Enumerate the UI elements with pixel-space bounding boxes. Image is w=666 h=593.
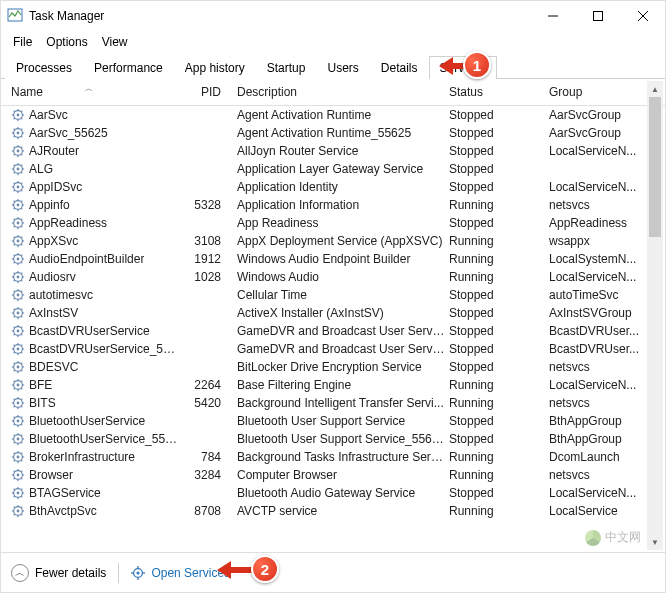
svg-point-196 [17, 456, 20, 459]
menu-file[interactable]: File [7, 33, 38, 51]
column-headers: Name︿ PID Description Status Group [1, 79, 665, 106]
gear-icon [11, 486, 25, 500]
service-status: Stopped [445, 162, 545, 176]
svg-point-96 [17, 276, 20, 279]
table-row[interactable]: BthAvctpSvc8708AVCTP serviceRunningLocal… [1, 502, 665, 520]
service-name: AarSvc [29, 108, 68, 122]
service-name: BFE [29, 378, 52, 392]
gear-icon [11, 126, 25, 140]
svg-line-193 [14, 442, 15, 443]
menu-options[interactable]: Options [40, 33, 93, 51]
svg-line-113 [14, 298, 15, 299]
service-pid: 3108 [179, 234, 229, 248]
window-title: Task Manager [29, 9, 530, 23]
tab-app-history[interactable]: App history [174, 56, 256, 79]
fewer-details-button[interactable]: ︿ Fewer details [11, 564, 106, 582]
tab-details[interactable]: Details [370, 56, 429, 79]
table-row[interactable]: ALGApplication Layer Gateway ServiceStop… [1, 160, 665, 178]
table-row[interactable]: Audiosrv1028Windows AudioRunningLocalSer… [1, 268, 665, 286]
service-status: Stopped [445, 486, 545, 500]
svg-line-11 [14, 111, 15, 112]
header-description[interactable]: Description [229, 85, 445, 99]
table-row[interactable]: Browser3284Computer BrowserRunningnetsvc… [1, 466, 665, 484]
svg-line-84 [21, 237, 22, 238]
scroll-down-icon[interactable]: ▼ [647, 534, 663, 550]
service-status: Running [445, 252, 545, 266]
titlebar[interactable]: Task Manager [1, 1, 665, 31]
service-status: Running [445, 198, 545, 212]
table-row[interactable]: AxInstSVActiveX Installer (AxInstSV)Stop… [1, 304, 665, 322]
header-pid[interactable]: PID [179, 85, 229, 99]
gear-icon [11, 180, 25, 194]
svg-line-181 [14, 417, 15, 418]
service-description: Bluetooth User Support Service [237, 414, 445, 428]
table-row[interactable]: AarSvcAgent Activation RuntimeStoppedAar… [1, 106, 665, 124]
table-row[interactable]: AppIDSvcApplication IdentityStoppedLocal… [1, 178, 665, 196]
service-description: BitLocker Drive Encryption Service [237, 360, 445, 374]
callout-1: 1 [463, 51, 491, 79]
gear-icon [11, 450, 25, 464]
service-status: Stopped [445, 108, 545, 122]
service-status: Stopped [445, 288, 545, 302]
svg-line-91 [14, 255, 15, 256]
tab-startup[interactable]: Startup [256, 56, 317, 79]
scrollbar[interactable]: ▲ ▼ [647, 81, 663, 550]
svg-line-14 [21, 111, 22, 112]
table-row[interactable]: BcastDVRUserServiceGameDVR and Broadcast… [1, 322, 665, 340]
service-description: GameDVR and Broadcast User Service [237, 324, 445, 338]
close-button[interactable] [620, 1, 665, 31]
svg-point-156 [17, 384, 20, 387]
service-status: Stopped [445, 126, 545, 140]
table-row[interactable]: AarSvc_55625Agent Activation Runtime_556… [1, 124, 665, 142]
service-status: Stopped [445, 324, 545, 338]
svg-line-102 [21, 280, 22, 281]
service-description: Application Information [237, 198, 445, 212]
tab-users[interactable]: Users [316, 56, 369, 79]
table-row[interactable]: BrokerInfrastructure784Background Tasks … [1, 448, 665, 466]
table-row[interactable]: AudioEndpointBuilder1912Windows Audio En… [1, 250, 665, 268]
svg-line-171 [14, 399, 15, 400]
svg-line-62 [21, 208, 22, 209]
maximize-button[interactable] [575, 1, 620, 31]
svg-line-154 [21, 363, 22, 364]
header-status[interactable]: Status [445, 85, 545, 99]
table-row[interactable]: BFE2264Base Filtering EngineRunningLocal… [1, 376, 665, 394]
sort-ascending-icon: ︿ [85, 83, 93, 94]
table-row[interactable]: autotimesvcCellular TimeStoppedautoTimeS… [1, 286, 665, 304]
svg-line-191 [14, 435, 15, 436]
table-row[interactable]: AppReadinessApp ReadinessStoppedAppReadi… [1, 214, 665, 232]
service-status: Stopped [445, 144, 545, 158]
service-description: Windows Audio [237, 270, 445, 284]
table-row[interactable]: BTAGServiceBluetooth Audio Gateway Servi… [1, 484, 665, 502]
service-status: Stopped [445, 414, 545, 428]
menu-view[interactable]: View [96, 33, 134, 51]
tab-processes[interactable]: Processes [5, 56, 83, 79]
open-services-button[interactable]: Open Services [131, 566, 230, 580]
service-pid: 2264 [179, 378, 229, 392]
table-row[interactable]: BluetoothUserService_55625Bluetooth User… [1, 430, 665, 448]
table-row[interactable]: AJRouterAllJoyn Router ServiceStoppedLoc… [1, 142, 665, 160]
table-row[interactable]: BluetoothUserServiceBluetooth User Suppo… [1, 412, 665, 430]
task-manager-icon [7, 7, 23, 26]
table-row[interactable]: BDESVCBitLocker Drive Encryption Service… [1, 358, 665, 376]
service-status: Stopped [445, 360, 545, 374]
service-name: ALG [29, 162, 53, 176]
table-row[interactable]: AppXSvc3108AppX Deployment Service (AppX… [1, 232, 665, 250]
service-status: Stopped [445, 342, 545, 356]
table-row[interactable]: Appinfo5328Application InformationRunnin… [1, 196, 665, 214]
svg-line-161 [14, 381, 15, 382]
gear-icon [11, 198, 25, 212]
header-name[interactable]: Name︿ [1, 85, 179, 99]
tab-performance[interactable]: Performance [83, 56, 174, 79]
minimize-button[interactable] [530, 1, 575, 31]
svg-line-63 [14, 208, 15, 209]
gear-icon [11, 288, 25, 302]
scroll-up-icon[interactable]: ▲ [647, 81, 663, 97]
table-row[interactable]: BcastDVRUserService_55625GameDVR and Bro… [1, 340, 665, 358]
gear-icon [11, 144, 25, 158]
scroll-thumb[interactable] [649, 97, 661, 237]
table-row[interactable]: BITS5420Background Intelligent Transfer … [1, 394, 665, 412]
svg-line-194 [21, 435, 22, 436]
svg-line-12 [21, 118, 22, 119]
menubar: File Options View [1, 31, 665, 55]
